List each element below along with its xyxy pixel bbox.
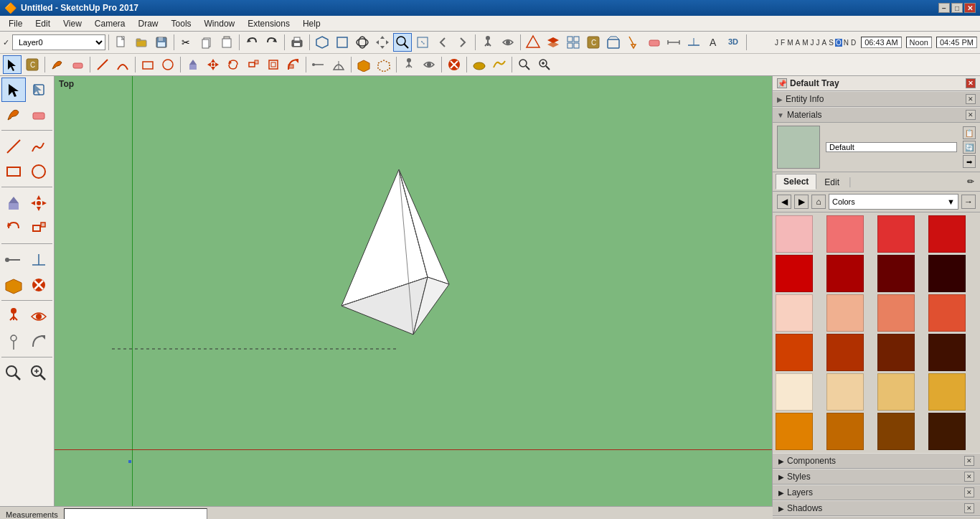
styles-close[interactable]: ✕	[964, 472, 974, 482]
tape-measure2-button[interactable]	[309, 55, 328, 74]
material-icon-1[interactable]: 📋	[963, 126, 976, 139]
copy-button[interactable]	[197, 33, 216, 52]
swatch-2-2[interactable]	[877, 294, 915, 332]
rotate-left-tool[interactable]	[1, 216, 26, 240]
save-button[interactable]	[152, 33, 171, 52]
text-button[interactable]: A	[705, 33, 723, 52]
browse-export-button[interactable]: →	[961, 195, 976, 209]
parallel-view-button[interactable]	[333, 33, 352, 52]
eraser-tool-button[interactable]	[68, 55, 87, 74]
pushpull-left-tool[interactable]	[1, 191, 26, 215]
materials-header[interactable]: ▼ Materials ✕	[773, 107, 980, 123]
rectangle-left-tool[interactable]	[1, 159, 26, 184]
swatch-0-3[interactable]	[928, 215, 966, 253]
tray-pin-button[interactable]: 📌	[777, 78, 787, 88]
shadows-section-header[interactable]: ▶ Shadows ✕	[773, 500, 980, 516]
close-button[interactable]: ✕	[964, 3, 976, 13]
entity-info-header[interactable]: ▶ Entity Info ✕	[773, 91, 980, 107]
3d-text-button[interactable]: 3D	[725, 33, 743, 52]
delete-section-button[interactable]	[445, 55, 463, 74]
line-left-tool[interactable]	[1, 134, 26, 159]
layers-close[interactable]: ✕	[964, 487, 974, 497]
swatch-2-3[interactable]	[928, 294, 966, 332]
arc-tool-button[interactable]	[113, 55, 132, 74]
shadows-close[interactable]: ✕	[964, 503, 974, 513]
menu-camera[interactable]: Camera	[89, 17, 131, 30]
swatch-5-1[interactable]	[826, 413, 864, 450]
print-button[interactable]	[288, 33, 306, 52]
position-camera-button[interactable]	[524, 33, 542, 52]
lookaround2-button[interactable]	[420, 55, 438, 74]
circle-tool-button[interactable]	[159, 55, 177, 74]
smooth-button[interactable]	[490, 55, 509, 74]
move-tool-button[interactable]	[204, 55, 222, 74]
menu-tools[interactable]: Tools	[166, 17, 197, 30]
material-name-input[interactable]	[826, 142, 957, 152]
scale-left-tool[interactable]	[27, 216, 51, 240]
swatch-3-0[interactable]	[776, 334, 813, 371]
colors-dropdown[interactable]: Colors ▼	[829, 194, 958, 210]
zoom-left-tool[interactable]	[1, 361, 26, 385]
paint-tool-button[interactable]	[48, 55, 67, 74]
swatch-4-0[interactable]	[776, 373, 813, 411]
next-view-button[interactable]	[453, 33, 472, 52]
swatch-5-2[interactable]	[877, 413, 915, 450]
walk-left-tool[interactable]	[1, 304, 26, 329]
display-section-button[interactable]	[374, 55, 393, 74]
push-pull-button[interactable]	[184, 55, 202, 74]
zoom-window-button[interactable]	[393, 33, 412, 52]
previous-view-button[interactable]	[433, 33, 452, 52]
redo-button[interactable]	[263, 33, 281, 52]
orbit-left-tool[interactable]	[27, 329, 51, 354]
paint-bucket-button[interactable]	[624, 33, 643, 52]
browse-back-button[interactable]: ◀	[777, 195, 791, 209]
paste-button[interactable]	[217, 33, 236, 52]
protractor-button[interactable]	[329, 55, 348, 74]
eraser-button[interactable]	[644, 33, 663, 52]
section-left-tool[interactable]	[1, 273, 26, 297]
swatch-2-0[interactable]	[776, 294, 813, 332]
material-icon-2[interactable]: 🔄	[963, 141, 976, 154]
swatch-0-1[interactable]	[826, 215, 864, 253]
maximize-button[interactable]: □	[951, 3, 963, 13]
open-button[interactable]	[132, 33, 151, 52]
rectangle-tool-button[interactable]	[138, 55, 157, 74]
browse-home-button[interactable]: ⌂	[811, 195, 826, 209]
zoomin-left-tool[interactable]	[27, 361, 51, 385]
pan-button[interactable]	[373, 33, 392, 52]
dimension-left-tool[interactable]	[27, 248, 51, 272]
tray-close-button[interactable]: ✕	[966, 78, 976, 88]
position-left-tool[interactable]	[1, 329, 26, 354]
paint-bucket-left-tool[interactable]	[1, 103, 26, 127]
iso-view-button[interactable]	[313, 33, 331, 52]
menu-window[interactable]: Window	[199, 17, 241, 30]
pencil-button[interactable]: ✏	[964, 175, 977, 188]
3d-select-tool[interactable]	[27, 78, 51, 102]
zoomin-button[interactable]	[535, 55, 554, 74]
minimize-button[interactable]: −	[938, 3, 950, 13]
sandbox-button[interactable]	[470, 55, 489, 74]
zoom2-button[interactable]	[515, 55, 534, 74]
cut-button[interactable]: ✂	[177, 33, 196, 52]
swatch-1-1[interactable]	[826, 255, 864, 292]
swatch-2-1[interactable]	[826, 294, 864, 332]
section-plane-button[interactable]	[354, 55, 373, 74]
freehand-tool[interactable]	[27, 134, 51, 159]
line-tool-button[interactable]	[93, 55, 112, 74]
material-icon-3[interactable]: ➡	[963, 155, 976, 168]
swatch-3-1[interactable]	[826, 334, 864, 371]
swatch-1-2[interactable]	[877, 255, 915, 292]
make-group-button[interactable]	[604, 33, 623, 52]
menu-extensions[interactable]: Extensions	[242, 17, 296, 30]
browse-forward-button[interactable]: ▶	[794, 195, 809, 209]
fly-through-button[interactable]	[544, 33, 562, 52]
new-button[interactable]	[112, 33, 131, 52]
layer-dropdown[interactable]: Layer0	[12, 34, 105, 50]
materials-close[interactable]: ✕	[966, 110, 976, 120]
walk-button[interactable]	[479, 33, 497, 52]
swatch-3-3[interactable]	[928, 334, 966, 371]
select-tool-button[interactable]	[3, 55, 22, 74]
tape-measure-button[interactable]	[664, 33, 683, 52]
eraser-left-tool[interactable]	[27, 103, 51, 127]
edit-tab[interactable]: Edit	[816, 174, 847, 190]
